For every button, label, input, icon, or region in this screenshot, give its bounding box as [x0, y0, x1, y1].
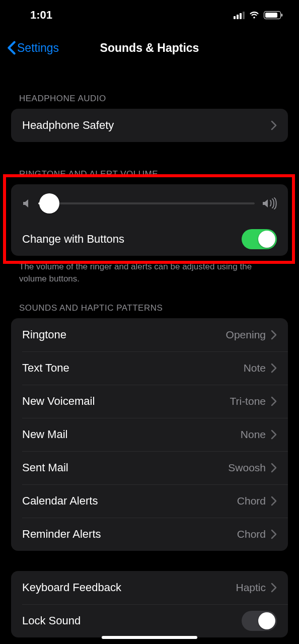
row-value: Chord [237, 528, 266, 540]
row-label: Sent Mail [22, 461, 68, 474]
chevron-right-icon [271, 396, 277, 406]
page-title: Sounds & Haptics [100, 41, 199, 55]
row-value: Swoosh [228, 462, 266, 474]
row-calendar-alerts[interactable]: Calendar Alerts Chord [11, 484, 288, 518]
row-text-tone[interactable]: Text Tone Note [11, 351, 288, 385]
row-label: Reminder Alerts [22, 528, 101, 541]
cellular-signal-icon [234, 11, 245, 19]
row-volume-slider[interactable] [11, 184, 288, 223]
chevron-right-icon [271, 120, 277, 130]
chevron-right-icon [271, 363, 277, 373]
row-label: Change with Buttons [22, 233, 124, 246]
row-value: Opening [226, 329, 266, 341]
row-label: Keyboard Feedback [22, 581, 121, 594]
chevron-right-icon [271, 529, 277, 539]
speaker-high-icon [262, 197, 277, 209]
row-label: Ringtone [22, 328, 66, 341]
row-label: Lock Sound [22, 614, 81, 627]
status-icons [234, 11, 281, 19]
nav-bar: Settings Sounds & Haptics [4, 30, 295, 65]
home-indicator[interactable] [102, 636, 197, 639]
section-header-headphone: HEADPHONE AUDIO [4, 94, 295, 109]
volume-slider[interactable] [38, 193, 255, 213]
row-label: Headphone Safety [22, 119, 114, 132]
status-time: 1:01 [30, 9, 52, 22]
back-button[interactable]: Settings [7, 41, 59, 55]
section-header-ringtone: RINGTONE AND ALERT VOLUME [4, 169, 295, 184]
row-label: New Voicemail [22, 395, 95, 408]
toggle-change-with-buttons[interactable] [242, 229, 277, 249]
group-headphone: Headphone Safety [11, 109, 288, 142]
row-label: Calendar Alerts [22, 494, 98, 508]
row-lock-sound[interactable]: Lock Sound [11, 604, 288, 637]
row-headphone-safety[interactable]: Headphone Safety [11, 109, 288, 142]
row-value: Haptic [236, 582, 266, 594]
row-keyboard-feedback[interactable]: Keyboard Feedback Haptic [11, 571, 288, 604]
group-ringtone-volume: Change with Buttons [11, 184, 288, 256]
chevron-right-icon [271, 583, 277, 593]
group-patterns: Ringtone Opening Text Tone Note New Voic… [11, 318, 288, 551]
row-value: Chord [237, 495, 266, 507]
chevron-right-icon [271, 463, 277, 473]
row-label: Text Tone [22, 362, 69, 375]
row-new-voicemail[interactable]: New Voicemail Tri-tone [11, 385, 288, 418]
row-change-with-buttons[interactable]: Change with Buttons [11, 223, 288, 256]
wifi-icon [249, 11, 260, 19]
status-bar: 1:01 [4, 0, 295, 30]
section-footer-ringtone: The volume of the ringer and alerts can … [4, 256, 295, 285]
row-sent-mail[interactable]: Sent Mail Swoosh [11, 451, 288, 484]
back-label: Settings [17, 41, 59, 55]
slider-thumb[interactable] [39, 193, 59, 213]
battery-icon [264, 11, 281, 19]
chevron-right-icon [271, 330, 277, 340]
row-label: New Mail [22, 428, 67, 441]
row-reminder-alerts[interactable]: Reminder Alerts Chord [11, 518, 288, 551]
row-value: None [241, 428, 266, 441]
section-header-patterns: SOUNDS AND HAPTIC PATTERNS [4, 303, 295, 318]
row-value: Tri-tone [230, 395, 266, 407]
row-ringtone[interactable]: Ringtone Opening [11, 318, 288, 351]
toggle-lock-sound[interactable] [242, 611, 277, 631]
group-other: Keyboard Feedback Haptic Lock Sound [11, 571, 288, 637]
speaker-low-icon [22, 198, 31, 209]
chevron-right-icon [271, 496, 277, 506]
chevron-right-icon [271, 430, 277, 440]
row-new-mail[interactable]: New Mail None [11, 418, 288, 451]
row-value: Note [244, 362, 266, 374]
